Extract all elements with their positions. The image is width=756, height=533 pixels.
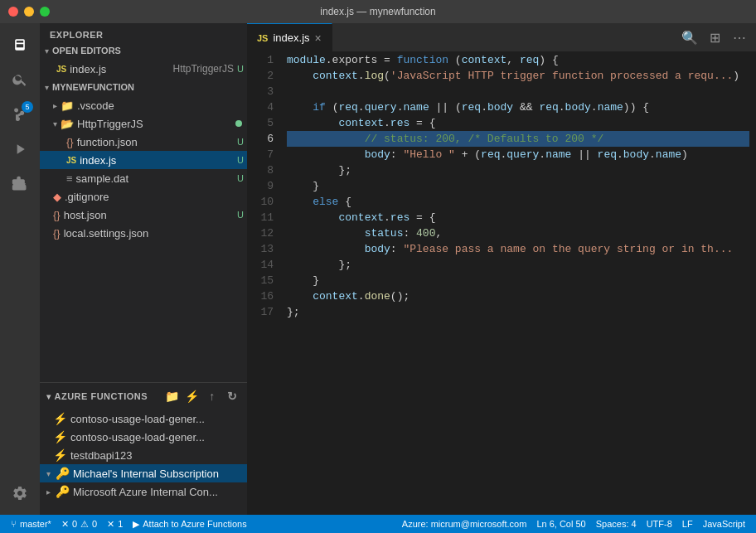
tab-search-btn[interactable]: 🔍	[680, 27, 700, 47]
indexjs-badge: U	[237, 155, 244, 165]
git-icon: ⑂	[11, 519, 17, 529]
open-editor-name: index.js	[70, 63, 172, 75]
main-layout: 5 Explorer ▾ OPEN EDITORS JS index.js Ht…	[0, 23, 756, 515]
open-editor-indexjs[interactable]: JS index.js HttpTriggerJS U	[40, 60, 247, 78]
encoding[interactable]: UTF-8	[642, 515, 676, 533]
tab-name: index.js	[273, 31, 309, 44]
azure-deploy-btn[interactable]: ↑	[204, 388, 220, 405]
window-title: index.js — mynewfunction	[320, 6, 435, 17]
hostjson-file[interactable]: {} host.json U	[40, 206, 247, 224]
code-line-6: // status: 200, /* Defaults to 200 */	[287, 131, 749, 147]
activity-extensions[interactable]	[5, 169, 35, 199]
line-ending[interactable]: LF	[678, 515, 697, 533]
code-line-9: }	[287, 178, 749, 194]
azure-item-testdb[interactable]: ⚡ testdbapi123	[40, 446, 247, 464]
azure-email[interactable]: Azure: micrum@microsoft.com	[398, 515, 531, 533]
language[interactable]: JavaScript	[699, 515, 749, 533]
azure-new-folder-btn[interactable]: 📁	[164, 388, 181, 405]
source-control-badge: 5	[22, 101, 33, 113]
project-label: MYNEWFUNCTION	[52, 82, 134, 92]
line-ending-text: LF	[682, 519, 693, 529]
info-count[interactable]: ✕ 1	[103, 515, 127, 533]
chevron-down-icon: ▾	[46, 469, 51, 478]
code-line-4: if (req.query.name || (req.body && req.b…	[287, 99, 749, 115]
warnings-num: 0	[92, 519, 97, 529]
code-line-14: };	[287, 257, 749, 273]
tab-indexjs[interactable]: JS index.js ×	[247, 23, 332, 51]
open-editors-section[interactable]: ▾ OPEN EDITORS	[40, 41, 247, 60]
spaces-text: Spaces: 4	[596, 519, 637, 529]
activity-source-control[interactable]: 5	[5, 99, 35, 129]
gitignore-icon: ◆	[53, 191, 61, 203]
azure-item-contoso1[interactable]: ⚡ contoso-usage-load-gener...	[40, 409, 247, 428]
azure-header-actions: 📁 ⚡ ↑ ↻	[164, 388, 240, 405]
azure-item-contoso2[interactable]: ⚡ contoso-usage-load-gener...	[40, 428, 247, 446]
indexjs-file[interactable]: JS index.js U	[40, 151, 247, 169]
language-text: JavaScript	[703, 519, 745, 529]
activity-settings[interactable]	[5, 478, 35, 508]
code-line-7: body: "Hello " + (req.query.name || req.…	[287, 147, 749, 162]
explorer-header: Explorer	[40, 23, 247, 41]
play-icon: ▶	[133, 519, 139, 530]
window-controls	[8, 7, 50, 17]
lightning-icon: ⚡	[53, 412, 67, 425]
tab-more-btn[interactable]: ⋯	[729, 27, 749, 47]
open-editors-label: OPEN EDITORS	[52, 46, 121, 56]
tab-close-btn[interactable]: ×	[315, 31, 322, 45]
encoding-text: UTF-8	[647, 519, 672, 529]
info-icon: ✕	[107, 519, 114, 530]
key-icon-2: 🔑	[56, 485, 70, 498]
git-branch-name: master*	[20, 519, 51, 529]
tab-split-btn[interactable]: ⊞	[705, 27, 724, 47]
errors-count[interactable]: ✕ 0 ⚠ 0	[57, 515, 101, 533]
info-num: 1	[118, 519, 123, 529]
sampledat-badge: U	[237, 173, 244, 183]
activity-run[interactable]	[5, 134, 35, 164]
azure-item-michaels[interactable]: ▾ 🔑 Michael's Internal Subscription	[40, 464, 247, 482]
localsettings-file[interactable]: {} local.settings.json	[40, 224, 247, 242]
code-line-1: module.exports = function (context, req)…	[287, 52, 749, 68]
folder-open-icon: 📂	[61, 118, 74, 130]
dat-icon: ≡	[66, 172, 73, 185]
lightning-icon-3: ⚡	[53, 448, 67, 462]
spaces[interactable]: Spaces: 4	[592, 515, 641, 533]
code-line-15: }	[287, 273, 749, 288]
js-file-icon: JS	[56, 65, 66, 74]
sampledat-file[interactable]: ≡ sample.dat U	[40, 169, 247, 187]
functionjson-file[interactable]: {} function.json U	[40, 133, 247, 151]
vscode-folder[interactable]: ▸ 📁 .vscode	[40, 96, 247, 114]
attach-label: Attach to Azure Functions	[143, 519, 246, 529]
git-branch[interactable]: ⑂ master*	[7, 515, 56, 533]
maximize-button[interactable]	[40, 7, 50, 17]
azure-panel-title: AZURE FUNCTIONS	[55, 391, 148, 401]
attach-azure[interactable]: ▶ Attach to Azure Functions	[128, 515, 250, 533]
code-line-3	[287, 84, 749, 99]
activity-search[interactable]	[5, 65, 35, 94]
code-editor[interactable]: 1 2 3 4 5 6 7 8 9 10 11 12 13 14 15 16 1…	[247, 52, 756, 515]
activity-bar: 5	[0, 23, 40, 515]
indexjs-icon: JS	[66, 156, 76, 165]
line-numbers: 1 2 3 4 5 6 7 8 9 10 11 12 13 14 15 16 1…	[247, 52, 280, 515]
error-icon: ✕	[61, 519, 69, 530]
tab-bar: JS index.js × 🔍 ⊞ ⋯	[247, 23, 756, 52]
gitignore-file[interactable]: ◆ .gitignore	[40, 187, 247, 206]
minimize-button[interactable]	[24, 7, 34, 17]
close-button[interactable]	[8, 7, 18, 17]
azure-functions-panel: ▾ AZURE FUNCTIONS 📁 ⚡ ↑ ↻ ⚡ contoso-usag…	[40, 382, 247, 515]
title-bar: index.js — mynewfunction	[0, 0, 756, 23]
azure-function-btn[interactable]: ⚡	[184, 388, 201, 405]
code-line-10: else {	[287, 194, 749, 210]
activity-explorer[interactable]	[5, 30, 35, 60]
editor-area: JS index.js × 🔍 ⊞ ⋯ 1 2 3 4 5 6 7 8 9	[247, 23, 756, 515]
line-col[interactable]: Ln 6, Col 50	[532, 515, 589, 533]
azure-items-list: ⚡ contoso-usage-load-gener... ⚡ contoso-…	[40, 409, 247, 515]
project-section[interactable]: ▾ MYNEWFUNCTION	[40, 78, 247, 96]
code-line-5: context.res = {	[287, 115, 749, 131]
hostjson-badge: U	[237, 210, 244, 220]
azure-item-microsoft[interactable]: ▸ 🔑 Microsoft Azure Internal Con...	[40, 482, 247, 501]
azure-refresh-btn[interactable]: ↻	[224, 388, 240, 405]
code-content[interactable]: module.exports = function (context, req)…	[280, 52, 756, 515]
lightning-icon-2: ⚡	[53, 430, 67, 443]
httptriggerjs-folder[interactable]: ▾ 📂 HttpTriggerJS	[40, 114, 247, 133]
functionjson-badge: U	[237, 137, 244, 147]
